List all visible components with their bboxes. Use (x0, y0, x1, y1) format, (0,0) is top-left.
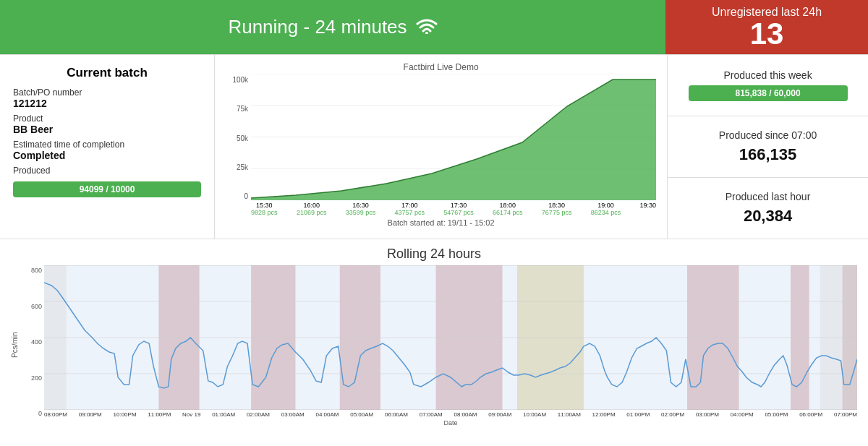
batch-label: Batch/PO number (13, 87, 201, 98)
x-tick-1530: 15:309828 pcs (251, 202, 278, 216)
completion-value: Completed (13, 150, 201, 161)
x-tick-9am: 09:00AM (488, 411, 511, 418)
y-label-75k: 75k (237, 105, 248, 113)
unregistered-count: 13 (750, 19, 784, 49)
svg-marker-6 (251, 80, 656, 200)
middle-section: Current batch Batch/PO number 121212 Pro… (0, 54, 868, 239)
current-batch-title: Current batch (13, 66, 201, 80)
x-tick-1900: 19:0086234 pcs (591, 202, 621, 216)
current-batch-panel: Current batch Batch/PO number 121212 Pro… (0, 55, 215, 239)
produced-hour-box: Produced last hour 20,384 (668, 178, 868, 239)
batch-progress-label: 94099 / 10000 (80, 184, 135, 194)
x-tick-1830: 18:3076775 pcs (542, 202, 572, 216)
factbird-chart-area: Factbird Live Demo 100k 75k 50k 25k 0 (215, 55, 668, 239)
x-tick-2am: 02:00AM (247, 411, 270, 418)
x-tick-12pm: 12:00PM (592, 411, 616, 418)
completion-label: Estimated time of completion (13, 140, 201, 150)
y-label-25k: 25k (237, 163, 248, 171)
produced-hour-title: Produced last hour (726, 191, 811, 202)
svg-point-0 (425, 32, 428, 34)
product-label: Product (13, 113, 201, 124)
rolling-title: Rolling 24 hours (11, 246, 857, 262)
y-label-50k: 50k (237, 134, 248, 142)
x-tick-1730: 17:3054767 pcs (443, 202, 474, 216)
chart-title: Factbird Live Demo (226, 62, 656, 72)
batch-started-label: Batch started at: 19/11 - 15:02 (226, 218, 656, 227)
x-tick-4am: 04:00AM (315, 411, 339, 418)
x-tick-5am: 05:00AM (350, 411, 373, 418)
x-tick-5pm: 05:00PM (765, 411, 788, 418)
rolling-y-axis-label: Pcs/min (11, 265, 22, 424)
x-tick-1800: 18:0066174 pcs (493, 202, 523, 216)
produced-since-title: Produced since 07:00 (719, 129, 817, 141)
x-tick-1700: 17:0043757 pcs (394, 202, 425, 216)
right-stats-panel: Produced this week 815,838 / 60,000 Prod… (668, 55, 868, 239)
x-tick-3am: 03:00AM (281, 411, 305, 418)
produced-since-box: Produced since 07:00 166,135 (668, 116, 868, 178)
production-chart-svg (251, 74, 656, 200)
produced-week-progress: 815,838 / 60,000 (689, 85, 848, 101)
x-tick-7pm: 07:00PM (834, 411, 857, 418)
x-tick-3pm: 03:00PM (696, 411, 719, 418)
x-tick-1630: 16:3033599 pcs (346, 202, 376, 216)
top-bar: Running - 24 minutes Unregistered last 2… (0, 0, 868, 54)
x-tick-8am: 08:00AM (454, 411, 477, 418)
x-tick-4pm: 04:00PM (731, 411, 754, 418)
rolling-y-600: 600 (31, 303, 42, 310)
rolling-date-label: Date (44, 419, 857, 426)
produced-since-value: 166,135 (739, 145, 797, 164)
y-label-100k: 100k (232, 76, 248, 84)
rolling-section: Rolling 24 hours Pcs/min 800 600 400 200… (0, 239, 868, 446)
x-tick-7am: 07:00AM (420, 411, 443, 418)
rolling-y-200: 200 (31, 374, 42, 382)
unregistered-box: Unregistered last 24h 13 (665, 0, 868, 54)
running-banner: Running - 24 minutes (0, 0, 665, 54)
produced-week-box: Produced this week 815,838 / 60,000 (668, 55, 868, 116)
x-tick-11pm: 11:00PM (148, 411, 171, 418)
running-icon (416, 17, 438, 38)
x-tick-10am: 10:00AM (523, 411, 546, 418)
x-tick-1600: 16:0021069 pcs (297, 202, 327, 216)
x-tick-6pm: 06:00PM (799, 411, 822, 418)
batch-progress-bar: 94099 / 10000 (13, 181, 201, 197)
produced-hour-value: 20,384 (744, 207, 792, 226)
rolling-chart-svg (44, 265, 857, 410)
x-tick-10pm: 10:00PM (114, 411, 137, 418)
x-tick-1pm: 01:00PM (626, 411, 650, 418)
produced-label: Produced (13, 166, 201, 176)
x-tick-6am: 06:00AM (385, 411, 408, 418)
rolling-y-800: 800 (31, 267, 42, 274)
rolling-y-400: 400 (31, 338, 42, 346)
y-label-0: 0 (244, 192, 249, 200)
x-tick-2pm: 02:00PM (661, 411, 684, 418)
x-tick-9pm: 09:00PM (79, 411, 102, 418)
rolling-y-0: 0 (38, 410, 42, 417)
produced-week-title: Produced this week (723, 69, 812, 81)
x-tick-1930: 19:30 (639, 202, 656, 216)
x-tick-8pm: 08:00PM (44, 411, 67, 418)
produced-week-label: 815,838 / 60,000 (736, 88, 801, 98)
batch-value: 121212 (13, 98, 201, 109)
x-tick-1am: 01:00AM (212, 411, 235, 418)
running-label: Running - 24 minutes (228, 16, 407, 38)
product-value: BB Beer (13, 124, 201, 135)
app-container: Running - 24 minutes Unregistered last 2… (0, 0, 868, 446)
x-tick-nov19: Nov 19 (182, 411, 200, 418)
x-tick-11am: 11:00AM (558, 411, 581, 418)
